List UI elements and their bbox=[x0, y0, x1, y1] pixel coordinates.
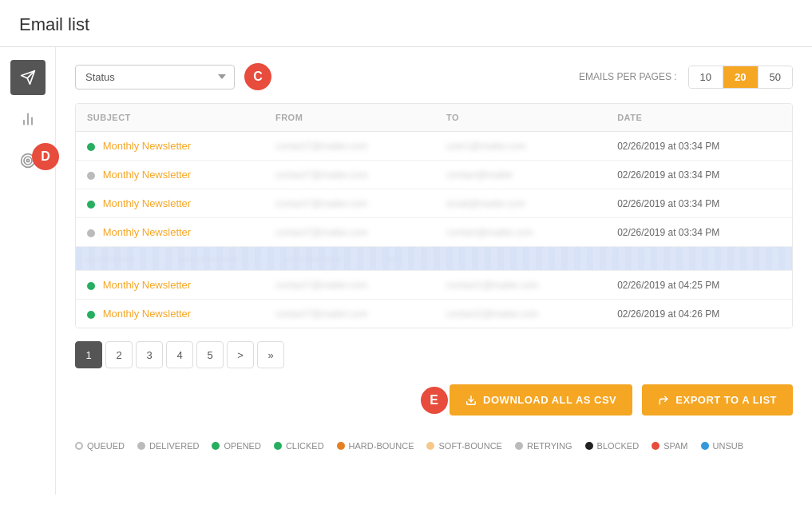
col-from: FROM bbox=[264, 104, 435, 132]
status-dot-gray bbox=[87, 172, 95, 180]
from-email: contact7@mailer.com bbox=[275, 198, 368, 209]
legend-blocked: BLOCKED bbox=[585, 441, 640, 451]
email-table: SUBJECT FROM TO DATE Monthly Newsletter bbox=[75, 103, 793, 328]
page-btn-1[interactable]: 1 bbox=[75, 341, 102, 368]
from-email: contact7@mailer.com bbox=[275, 169, 368, 181]
per-page-50[interactable]: 50 bbox=[759, 66, 792, 88]
legend-soft-bounce-icon bbox=[426, 442, 434, 450]
legend: QUEUED DELIVERED OPENED CLICKED HARD-BOU… bbox=[75, 435, 793, 457]
page-btn-next[interactable]: > bbox=[227, 341, 254, 368]
table-row: Monthly Newsletter contact7@mailer.com c… bbox=[76, 300, 792, 328]
table-row: Monthly Newsletter contact7@mailer.com c… bbox=[76, 161, 792, 189]
to-email: email@mailer.com bbox=[446, 198, 525, 209]
from-email: contact7@mailer.com bbox=[275, 308, 368, 320]
sidebar-item-chart[interactable] bbox=[10, 101, 46, 137]
to-email: contact1@mailer.com bbox=[446, 280, 539, 291]
svg-point-6 bbox=[24, 157, 32, 165]
download-icon bbox=[465, 395, 477, 406]
emails-per-page-label: EMAILS PER PAGES : bbox=[579, 71, 676, 82]
export-to-list-button[interactable]: EXPORT TO A LIST bbox=[642, 384, 793, 416]
legend-soft-bounce: SOFT-BOUNCE bbox=[426, 441, 501, 451]
wavy-separator-row: · · · · · · · · · · · · · · · · · · · · … bbox=[76, 247, 792, 271]
page-btn-4[interactable]: 4 bbox=[166, 341, 193, 368]
status-dot-green bbox=[87, 143, 95, 151]
legend-hard-bounce: HARD-BOUNCE bbox=[337, 441, 414, 451]
badge-d: D bbox=[32, 143, 59, 170]
table-row: Monthly Newsletter contact7@mailer.com e… bbox=[76, 189, 792, 218]
to-email: contact@mailer bbox=[446, 169, 513, 181]
legend-unsub-icon bbox=[701, 442, 709, 450]
sidebar bbox=[0, 47, 56, 495]
subject-link[interactable]: Monthly Newsletter bbox=[103, 279, 192, 291]
legend-spam: SPAM bbox=[652, 441, 687, 451]
page-title: Email list bbox=[19, 14, 793, 35]
badge-e: E bbox=[421, 387, 448, 414]
from-email: contact7@mailer.com bbox=[275, 227, 368, 238]
legend-opened-icon bbox=[212, 442, 220, 450]
sidebar-item-send[interactable] bbox=[10, 60, 46, 95]
subject-link[interactable]: Monthly Newsletter bbox=[103, 226, 192, 238]
pagination: 1 2 3 4 5 > » bbox=[75, 341, 793, 368]
legend-queued: QUEUED bbox=[75, 441, 125, 451]
legend-opened: OPENED bbox=[212, 441, 260, 451]
legend-clicked-icon bbox=[274, 442, 282, 450]
date-cell: 02/26/2019 at 03:34 PM bbox=[617, 169, 719, 181]
date-cell: 02/26/2019 at 04:26 PM bbox=[617, 308, 719, 320]
to-email: user1@mailer.com bbox=[446, 141, 526, 152]
per-page-10[interactable]: 10 bbox=[689, 66, 723, 88]
legend-retrying-icon bbox=[515, 442, 523, 450]
status-dot-green bbox=[87, 201, 95, 209]
main-content: Status C EMAILS PER PAGES : 10 20 50 D bbox=[56, 47, 812, 495]
page-btn-2[interactable]: 2 bbox=[105, 341, 133, 368]
subject-link[interactable]: Monthly Newsletter bbox=[103, 308, 192, 320]
per-page-group: 10 20 50 bbox=[688, 66, 793, 89]
action-row: E DOWNLOAD ALL AS CSV EXPORT TO A LIST bbox=[75, 384, 793, 416]
share-icon bbox=[658, 395, 669, 406]
legend-blocked-icon bbox=[585, 442, 593, 450]
from-email: contact7@mailer.com bbox=[275, 141, 368, 152]
page-btn-5[interactable]: 5 bbox=[196, 341, 224, 368]
legend-delivered-icon bbox=[137, 442, 145, 450]
date-cell: 02/26/2019 at 03:34 PM bbox=[617, 198, 719, 209]
col-date: DATE bbox=[606, 104, 792, 132]
legend-unsub: UNSUB bbox=[701, 441, 744, 451]
to-email: contact@mailer.com bbox=[446, 227, 533, 238]
status-dot-gray bbox=[87, 229, 95, 237]
table-row: Monthly Newsletter contact7@mailer.com c… bbox=[76, 218, 792, 247]
table-row: Monthly Newsletter contact7@mailer.com u… bbox=[76, 132, 792, 161]
legend-retrying: RETRYING bbox=[515, 441, 572, 451]
col-subject: SUBJECT bbox=[76, 104, 264, 132]
date-cell: 02/26/2019 at 03:34 PM bbox=[617, 227, 719, 238]
table-row: Monthly Newsletter contact7@mailer.com c… bbox=[76, 271, 792, 300]
date-cell: 02/26/2019 at 03:34 PM bbox=[617, 141, 719, 152]
download-csv-button[interactable]: DOWNLOAD ALL AS CSV bbox=[450, 384, 632, 416]
legend-queued-icon bbox=[75, 442, 83, 450]
status-dot-green bbox=[87, 311, 95, 319]
legend-delivered: DELIVERED bbox=[137, 441, 199, 451]
from-email: contact7@mailer.com bbox=[275, 280, 368, 291]
badge-c: C bbox=[244, 63, 271, 90]
legend-spam-icon bbox=[652, 442, 660, 450]
subject-link[interactable]: Monthly Newsletter bbox=[103, 140, 192, 152]
toolbar: Status C EMAILS PER PAGES : 10 20 50 bbox=[75, 63, 793, 90]
col-to: TO bbox=[435, 104, 606, 132]
to-email: contact2@mailer.com bbox=[446, 308, 539, 320]
page-btn-3[interactable]: 3 bbox=[136, 341, 163, 368]
per-page-20[interactable]: 20 bbox=[723, 66, 758, 88]
legend-hard-bounce-icon bbox=[337, 442, 345, 450]
date-cell: 02/26/2019 at 04:25 PM bbox=[617, 280, 719, 291]
status-dot-green bbox=[87, 282, 95, 290]
legend-clicked: CLICKED bbox=[274, 441, 324, 451]
subject-link[interactable]: Monthly Newsletter bbox=[103, 197, 192, 209]
subject-link[interactable]: Monthly Newsletter bbox=[103, 169, 192, 181]
page-btn-last[interactable]: » bbox=[257, 341, 284, 368]
status-select[interactable]: Status bbox=[75, 65, 235, 89]
svg-point-7 bbox=[26, 159, 29, 161]
